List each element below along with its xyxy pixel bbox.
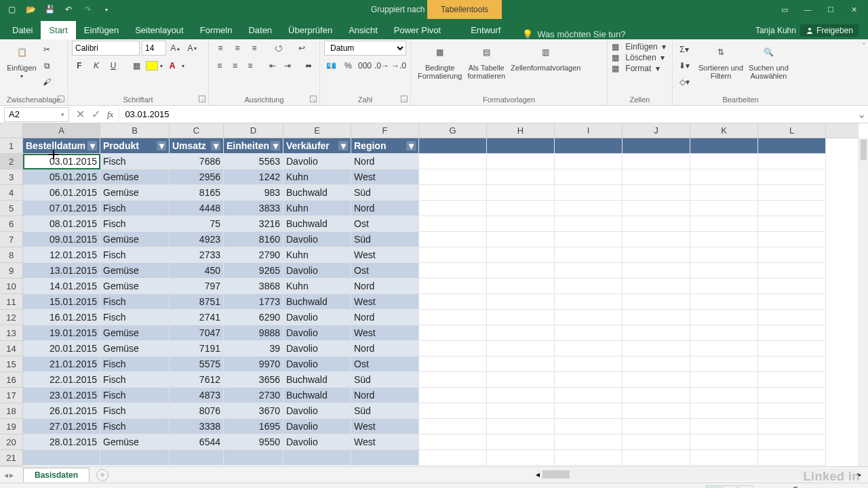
- cell[interactable]: [487, 294, 555, 310]
- column-header[interactable]: J: [623, 123, 690, 138]
- cell[interactable]: Süd: [351, 372, 419, 388]
- cell[interactable]: [555, 279, 623, 294]
- cell[interactable]: [623, 263, 690, 279]
- cell[interactable]: [758, 357, 826, 372]
- cell[interactable]: [487, 247, 555, 263]
- column-header[interactable]: E: [283, 123, 351, 138]
- cell[interactable]: [690, 372, 758, 388]
- row-header[interactable]: 12: [0, 310, 23, 325]
- cell[interactable]: West: [351, 419, 419, 434]
- cell[interactable]: [690, 341, 758, 357]
- cell[interactable]: Davolio: [283, 263, 351, 279]
- cell[interactable]: [555, 154, 623, 169]
- column-header[interactable]: D: [224, 123, 283, 138]
- cell[interactable]: [487, 310, 555, 325]
- cell[interactable]: 16.01.2015: [23, 310, 100, 325]
- cell[interactable]: [555, 325, 623, 341]
- cell[interactable]: Buchwald: [283, 388, 351, 403]
- vertical-scrollbar[interactable]: [859, 138, 868, 466]
- view-normal-icon[interactable]: ▦: [706, 485, 721, 489]
- cell[interactable]: 9550: [224, 434, 283, 450]
- filter-dropdown-icon[interactable]: ▾: [338, 141, 348, 150]
- cell[interactable]: 7686: [170, 154, 224, 169]
- cell[interactable]: [758, 434, 826, 450]
- cell[interactable]: 1773: [224, 294, 283, 310]
- cell[interactable]: West: [351, 169, 419, 185]
- cell[interactable]: [419, 154, 487, 169]
- cell[interactable]: [623, 185, 690, 201]
- maximize-icon[interactable]: ☐: [821, 3, 841, 16]
- row-header[interactable]: 19: [0, 419, 23, 434]
- cell[interactable]: [487, 279, 555, 294]
- cell[interactable]: [487, 263, 555, 279]
- cell[interactable]: [690, 450, 758, 466]
- cell[interactable]: 12.01.2015: [23, 247, 100, 263]
- cell[interactable]: Gemüse: [100, 341, 170, 357]
- decrease-font-icon[interactable]: A▼: [185, 41, 200, 56]
- copy-icon[interactable]: ⧉: [39, 58, 54, 73]
- cell[interactable]: [419, 185, 487, 201]
- cell[interactable]: 08.01.2015: [23, 216, 100, 232]
- cell[interactable]: 3868: [224, 279, 283, 294]
- cell[interactable]: [758, 138, 826, 154]
- font-color-icon[interactable]: A: [165, 58, 180, 73]
- dialog-launcher-icon[interactable]: ↘: [199, 96, 205, 102]
- name-box[interactable]: A2 ▾: [4, 107, 69, 122]
- cell[interactable]: [623, 341, 690, 357]
- column-header[interactable]: A: [23, 123, 100, 138]
- cell[interactable]: [623, 154, 690, 169]
- fx-icon[interactable]: fx: [107, 109, 113, 120]
- cell[interactable]: [758, 154, 826, 169]
- row-header[interactable]: 4: [0, 185, 23, 201]
- cell[interactable]: 5563: [224, 154, 283, 169]
- cell[interactable]: [419, 434, 487, 450]
- borders-icon[interactable]: ▦: [129, 58, 144, 73]
- cell[interactable]: [555, 185, 623, 201]
- paste-button[interactable]: 📋 Einfügen ▾: [4, 41, 39, 89]
- cell[interactable]: [758, 247, 826, 263]
- cell[interactable]: [23, 450, 100, 466]
- cell[interactable]: [623, 247, 690, 263]
- cell[interactable]: Gemüse: [100, 232, 170, 247]
- align-right-icon[interactable]: ≡: [243, 58, 257, 73]
- row-header[interactable]: 11: [0, 294, 23, 310]
- cell[interactable]: [555, 169, 623, 185]
- cell[interactable]: Kuhn: [283, 247, 351, 263]
- cell[interactable]: Fisch: [100, 294, 170, 310]
- cell[interactable]: Gemüse: [100, 185, 170, 201]
- cell[interactable]: 21.01.2015: [23, 357, 100, 372]
- cell[interactable]: [419, 419, 487, 434]
- cell[interactable]: [555, 419, 623, 434]
- cell[interactable]: [419, 325, 487, 341]
- cell[interactable]: [623, 325, 690, 341]
- cell[interactable]: [487, 341, 555, 357]
- cell[interactable]: [487, 372, 555, 388]
- cell[interactable]: Davolio: [283, 341, 351, 357]
- cell[interactable]: 797: [170, 279, 224, 294]
- worksheet-grid[interactable]: ABCDEFGHIJKL 123456789101112131415161718…: [0, 123, 868, 466]
- cell[interactable]: [487, 216, 555, 232]
- cell[interactable]: Davolio: [283, 419, 351, 434]
- cell[interactable]: Gemüse: [100, 325, 170, 341]
- cell[interactable]: [487, 434, 555, 450]
- cell[interactable]: Süd: [351, 232, 419, 247]
- cell[interactable]: 7047: [170, 325, 224, 341]
- cell[interactable]: Produkt▾: [100, 138, 170, 154]
- cell[interactable]: [555, 263, 623, 279]
- wrap-text-icon[interactable]: ↩: [294, 41, 309, 56]
- cell[interactable]: 22.01.2015: [23, 372, 100, 388]
- cell[interactable]: [690, 201, 758, 216]
- cell[interactable]: [623, 357, 690, 372]
- save-icon[interactable]: 💾: [43, 3, 56, 16]
- cell[interactable]: [419, 138, 487, 154]
- cell[interactable]: 6544: [170, 434, 224, 450]
- sheet-nav-next-icon[interactable]: ▸: [9, 470, 14, 480]
- filter-dropdown-icon[interactable]: ▾: [211, 141, 220, 150]
- cell[interactable]: 3338: [170, 419, 224, 434]
- cell[interactable]: [419, 201, 487, 216]
- cell[interactable]: 2956: [170, 169, 224, 185]
- tab-powerpivot[interactable]: Power Pivot: [386, 21, 449, 39]
- cell[interactable]: [623, 419, 690, 434]
- cell[interactable]: [758, 372, 826, 388]
- cell[interactable]: 8751: [170, 294, 224, 310]
